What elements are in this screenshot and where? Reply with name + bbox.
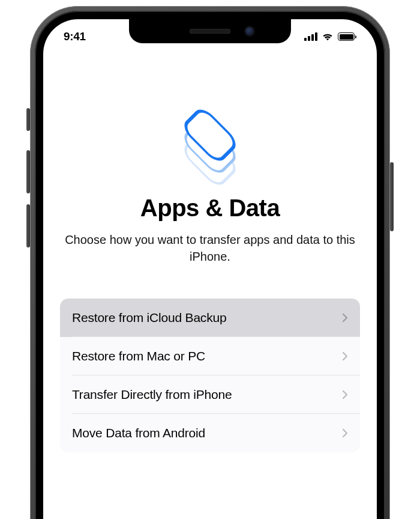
- option-move-android[interactable]: Move Data from Android: [60, 414, 360, 452]
- option-label: Move Data from Android: [72, 426, 205, 440]
- phone-frame: 9:41: [30, 6, 390, 519]
- content: Apps & Data Choose how you want to trans…: [43, 49, 377, 519]
- apps-data-stack-icon: [174, 97, 246, 175]
- volume-up-button: [26, 150, 30, 193]
- option-label: Restore from Mac or PC: [72, 349, 205, 363]
- battery-icon: [338, 32, 356, 41]
- page-subtitle: Choose how you want to transfer apps and…: [60, 231, 360, 265]
- screen: 9:41: [43, 19, 377, 519]
- chevron-right-icon: [342, 428, 348, 438]
- status-time: 9:41: [64, 30, 86, 43]
- front-camera: [245, 27, 254, 35]
- option-label: Transfer Directly from iPhone: [72, 387, 232, 402]
- option-restore-mac-pc[interactable]: Restore from Mac or PC: [60, 337, 360, 375]
- status-icons: [304, 32, 356, 41]
- wifi-icon: [322, 32, 334, 41]
- chevron-right-icon: [342, 313, 348, 323]
- silence-switch: [26, 108, 30, 131]
- page-title: Apps & Data: [140, 195, 280, 222]
- notch: [129, 19, 291, 43]
- power-button: [390, 162, 394, 231]
- speaker-grille: [190, 29, 230, 34]
- option-restore-icloud[interactable]: Restore from iCloud Backup: [60, 299, 360, 337]
- chevron-right-icon: [342, 351, 348, 361]
- cellular-signal-icon: [304, 32, 317, 41]
- volume-down-button: [26, 204, 30, 247]
- chevron-right-icon: [342, 390, 348, 399]
- option-label: Restore from iCloud Backup: [72, 311, 226, 325]
- option-transfer-iphone[interactable]: Transfer Directly from iPhone: [60, 375, 360, 414]
- options-list: Restore from iCloud Backup Restore from …: [60, 299, 360, 452]
